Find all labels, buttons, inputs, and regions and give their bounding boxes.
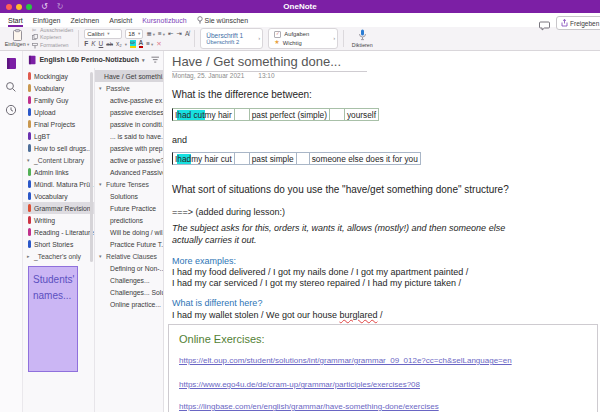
table-cell[interactable]: someone else does it for you: [310, 152, 421, 165]
example-line[interactable]: I had my car serviced / I got my stereo …: [172, 278, 461, 288]
section-item[interactable]: Short Stories: [23, 238, 94, 250]
page-item[interactable]: Future Practice: [95, 202, 163, 214]
comments-icon[interactable]: [539, 17, 550, 35]
copy-button[interactable]: Kopieren: [32, 34, 73, 41]
menu-tab-sie-w-nschen[interactable]: Sie wünschen: [197, 13, 249, 27]
page-item[interactable]: passive exercises: [95, 106, 163, 118]
dictate-button[interactable]: Diktieren: [349, 29, 375, 48]
style-heading2[interactable]: Überschrift 2: [206, 39, 254, 45]
section-item[interactable]: Family Guy: [23, 94, 94, 106]
difference-header[interactable]: What is different here?: [172, 298, 262, 308]
table-cell-empty[interactable]: [330, 108, 345, 121]
section-item[interactable]: Voabulary: [23, 82, 94, 94]
format-painter-button[interactable]: Formatieren: [32, 43, 73, 50]
outdent-button[interactable]: ⇤: [168, 31, 173, 38]
conjunction-line[interactable]: and: [172, 135, 187, 145]
undo-icon[interactable]: ↺: [41, 0, 48, 13]
page-item[interactable]: Will be doing / wil...: [95, 226, 163, 238]
table-cell[interactable]: past simple: [250, 152, 297, 165]
page-item[interactable]: active or passive?: [95, 154, 163, 166]
tag-important[interactable]: ★Wichtig: [274, 38, 329, 46]
section-item[interactable]: Vocabulary: [23, 190, 94, 202]
table-cell[interactable]: past perfect (simple): [250, 108, 330, 121]
recent-notes-icon[interactable]: [5, 104, 17, 116]
menu-tab-ansicht[interactable]: Ansicht: [109, 13, 132, 27]
gallery-arrow-icon[interactable]: ›: [333, 35, 335, 41]
exercise-link[interactable]: https://www.ego4u.de/de/cram-up/grammar/…: [179, 380, 420, 389]
page-item[interactable]: Advanced Passive: [95, 166, 163, 178]
gallery-arrow-icon[interactable]: ›: [258, 35, 260, 41]
example-table-2[interactable]: I had my hair cut past simple someone el…: [172, 152, 421, 165]
highlight-color-button[interactable]: ✏: [130, 40, 135, 49]
section-item[interactable]: How to sell drugs...: [23, 142, 94, 154]
page-title[interactable]: Have / Get something done...: [172, 54, 367, 72]
page-item[interactable]: predictions: [95, 214, 163, 226]
question-line[interactable]: What is the difference between:: [172, 89, 312, 100]
page-item[interactable]: Challenges...: [95, 274, 163, 286]
section-item[interactable]: Mockingjay: [23, 70, 94, 82]
search-icon[interactable]: [5, 81, 17, 93]
font-name-select[interactable]: Calibri▾: [84, 29, 122, 39]
section-item[interactable]: Grammar Revision: [23, 202, 94, 214]
online-exercises-container[interactable]: Online Exercises: https://elt.oup.com/st…: [168, 324, 598, 412]
paste-button[interactable]: Einfügen ▾: [5, 29, 29, 47]
tags-gallery[interactable]: ✓Aufgaben ★Wichtig ›: [268, 28, 338, 49]
font-color-button[interactable]: A: [139, 40, 144, 49]
bullet-list-button[interactable]: ≣▾: [146, 31, 155, 38]
table-cell-empty[interactable]: [235, 152, 250, 165]
notebooks-icon[interactable]: [5, 57, 18, 70]
page-item[interactable]: passive with prep...: [95, 142, 163, 154]
style-heading1[interactable]: Überschrift 1: [206, 32, 254, 39]
page-group[interactable]: ▾Relative Clauses: [95, 250, 163, 262]
table-cell-empty[interactable]: [235, 108, 250, 121]
exercise-link[interactable]: https://elt.oup.com/student/solutions/in…: [179, 356, 512, 365]
section-group[interactable]: ▸_Teacher's only: [23, 250, 94, 262]
page-item[interactable]: Online practice...: [95, 298, 163, 310]
page-group[interactable]: ▾Passive: [95, 82, 163, 94]
delete-button[interactable]: ✕: [156, 41, 161, 48]
menu-tab-zeichnen[interactable]: Zeichnen: [70, 13, 99, 27]
section-item[interactable]: Final Projects: [23, 118, 94, 130]
explanation-line[interactable]: The subject asks for this, orders it, wa…: [172, 223, 505, 233]
table-cell[interactable]: I had my hair cut: [172, 152, 235, 165]
example-table-1[interactable]: I had cut my hair past perfect (simple) …: [172, 108, 379, 121]
filter-icon[interactable]: [151, 56, 159, 64]
question-line[interactable]: What sort of situations do you use the "…: [172, 184, 509, 195]
font-size-select[interactable]: 18▾: [125, 29, 143, 39]
styles-gallery[interactable]: Überschrift 1 Überschrift 2 ›: [200, 28, 263, 49]
paragraph-options-button[interactable]: ≡▾: [146, 41, 153, 48]
zoom-window-button[interactable]: [26, 4, 32, 10]
numbered-list-button[interactable]: ≡▾: [158, 31, 165, 38]
table-cell-empty[interactable]: [297, 152, 310, 165]
sections-scrollbar[interactable]: [90, 72, 93, 262]
section-item[interactable]: Upload: [23, 106, 94, 118]
page-item[interactable]: passive in conditi...: [95, 118, 163, 130]
indent-button[interactable]: ⇥: [177, 31, 182, 38]
page-item[interactable]: active-passive ex...: [95, 94, 163, 106]
explanation-line[interactable]: actually carries it out.: [172, 235, 257, 245]
section-item[interactable]: LgBT: [23, 130, 94, 142]
lesson-note-line[interactable]: ===> (added during lesson:): [172, 207, 285, 217]
example-line[interactable]: I had my food delivered / I got my nails…: [172, 267, 468, 277]
section-item[interactable]: Mündl. Matura Prü...: [23, 178, 94, 190]
section-item[interactable]: Admin links: [23, 166, 94, 178]
section-item[interactable]: Writing: [23, 214, 94, 226]
page-item[interactable]: ... is said to have...: [95, 130, 163, 142]
more-examples-header[interactable]: More examples:: [172, 256, 236, 266]
notebook-header[interactable]: English L6b Perino-Notizbuch ▾: [23, 51, 163, 68]
menu-tab-start[interactable]: Start: [8, 13, 23, 27]
wallet-example-line[interactable]: I had my wallet stolen / We got our hous…: [172, 310, 382, 320]
page-item[interactable]: Defining or Non-...: [95, 262, 163, 274]
bold-button[interactable]: F: [84, 41, 88, 48]
table-cell[interactable]: I had cut my hair: [172, 108, 235, 121]
section-group[interactable]: ▾_Content Library: [23, 154, 94, 166]
exercise-link[interactable]: https://lingbase.com/en/english/grammar/…: [179, 402, 439, 411]
cut-button[interactable]: ✂Ausschneiden: [32, 27, 73, 33]
page-item[interactable]: Practice Future T...: [95, 238, 163, 250]
underline-button[interactable]: U: [99, 41, 104, 48]
page-item[interactable]: Challenges... Solu...: [95, 286, 163, 298]
table-cell[interactable]: yourself: [345, 108, 379, 121]
menu-tab-kursnotizbuch[interactable]: Kursnotizbuch: [142, 13, 186, 27]
redo-icon[interactable]: ↻: [57, 0, 64, 13]
section-item[interactable]: Reading - Literature: [23, 226, 94, 238]
